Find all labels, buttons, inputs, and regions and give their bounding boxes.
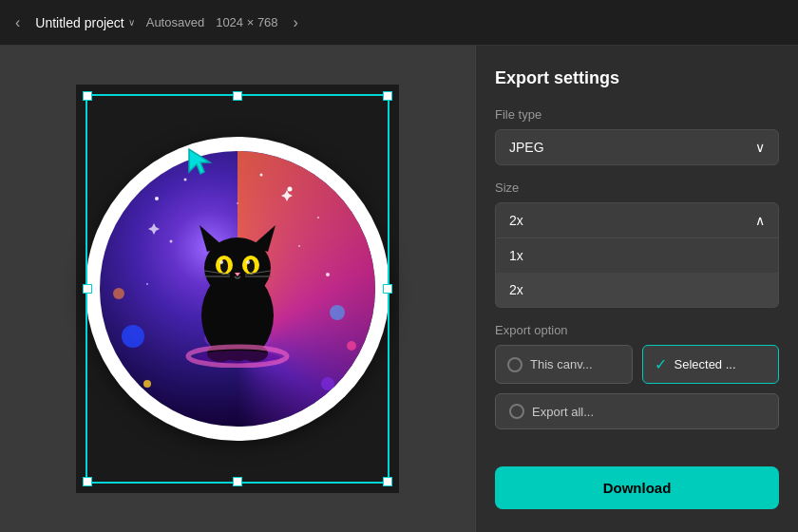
size-section: Size 2x 1x 2x bbox=[495, 180, 779, 308]
svg-point-5 bbox=[146, 283, 148, 285]
this-canvas-button[interactable]: This canv... bbox=[495, 345, 633, 384]
svg-point-3 bbox=[317, 217, 319, 218]
handle-top-middle[interactable] bbox=[233, 91, 242, 101]
canvas-content bbox=[76, 85, 399, 493]
selected-label: Selected ... bbox=[674, 357, 736, 371]
canvas-area[interactable] bbox=[0, 46, 475, 532]
main-area: Export settings File type JPEG Size 2x 1… bbox=[0, 46, 798, 532]
autosaved-label: Autosaved bbox=[146, 15, 204, 29]
this-canvas-radio bbox=[507, 357, 522, 372]
project-title-container: Untitled project ∨ bbox=[35, 15, 134, 30]
cat-svg bbox=[171, 206, 304, 368]
back-button[interactable]: ‹ bbox=[11, 10, 24, 35]
file-type-chevron-icon bbox=[755, 140, 765, 155]
export-option-section: Export option This canv... ✓ Selected ..… bbox=[495, 323, 779, 429]
handle-top-right[interactable] bbox=[383, 91, 392, 101]
size-dropdown-menu: 1x 2x bbox=[495, 238, 779, 308]
file-type-label: File type bbox=[495, 107, 779, 122]
project-title: Untitled project bbox=[35, 15, 124, 30]
dimensions-label: 1024 × 768 bbox=[216, 15, 277, 29]
title-chevron-icon[interactable]: ∨ bbox=[128, 17, 135, 28]
size-chevron-icon bbox=[755, 213, 765, 228]
export-option-label: Export option bbox=[495, 323, 779, 337]
svg-point-0 bbox=[155, 197, 159, 200]
download-button[interactable]: Download bbox=[495, 466, 779, 509]
cat-figure bbox=[171, 206, 304, 371]
export-panel: Export settings File type JPEG Size 2x 1… bbox=[475, 46, 798, 532]
export-title: Export settings bbox=[495, 68, 779, 88]
svg-point-7 bbox=[237, 202, 238, 204]
svg-point-2 bbox=[288, 187, 293, 192]
selected-button[interactable]: ✓ Selected ... bbox=[642, 345, 780, 384]
handle-bottom-right[interactable] bbox=[383, 477, 392, 486]
export-all-button[interactable]: Export all... bbox=[495, 393, 779, 429]
export-all-radio bbox=[509, 404, 524, 419]
galaxy-background bbox=[100, 151, 375, 427]
size-option-1x[interactable]: 1x bbox=[496, 238, 778, 273]
export-option-row: This canv... ✓ Selected ... bbox=[495, 345, 779, 384]
svg-point-1 bbox=[184, 179, 187, 181]
handle-bottom-left[interactable] bbox=[83, 477, 92, 486]
svg-point-19 bbox=[219, 260, 223, 264]
selected-check-icon: ✓ bbox=[655, 355, 667, 373]
size-dropdown[interactable]: 2x bbox=[495, 202, 779, 238]
handle-bottom-middle[interactable] bbox=[233, 477, 242, 486]
svg-point-6 bbox=[326, 273, 330, 276]
svg-point-4 bbox=[260, 174, 263, 177]
size-value: 2x bbox=[509, 213, 523, 228]
cat-illustration bbox=[86, 137, 390, 441]
svg-point-20 bbox=[246, 260, 250, 264]
nav-forward-button[interactable]: › bbox=[294, 14, 298, 31]
export-all-label: Export all... bbox=[532, 405, 594, 419]
file-type-dropdown[interactable]: JPEG bbox=[495, 129, 779, 165]
size-option-2x[interactable]: 2x bbox=[496, 273, 778, 307]
file-type-section: File type JPEG bbox=[495, 107, 779, 165]
size-label: Size bbox=[495, 180, 779, 195]
this-canvas-label: This canv... bbox=[530, 357, 593, 371]
topbar: ‹ Untitled project ∨ Autosaved 1024 × 76… bbox=[0, 0, 798, 46]
file-type-value: JPEG bbox=[509, 140, 544, 155]
handle-top-left[interactable] bbox=[83, 91, 92, 101]
